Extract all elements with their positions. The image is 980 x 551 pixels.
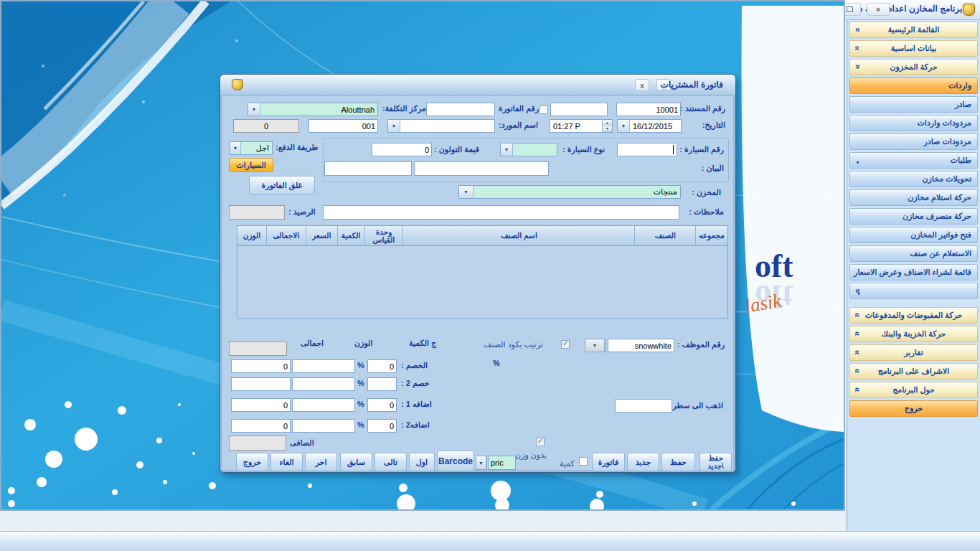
dialog-titlebar[interactable]: x _ فاتورة المشتريات: [220, 75, 735, 96]
discount-total-input[interactable]: 0: [231, 359, 291, 373]
table-header-4[interactable]: الكمية: [337, 226, 364, 245]
spinner-buttons[interactable]: ▲▼: [602, 120, 612, 132]
spinner-up-icon[interactable]: ▲: [603, 120, 612, 126]
supplier-code-input[interactable]: 001: [308, 119, 378, 133]
supplier-combobox[interactable]: ▼: [387, 119, 495, 133]
car-no-input[interactable]: [617, 143, 677, 156]
sidebar-item-16[interactable]: حركة الخزينة والبنك»: [849, 326, 978, 342]
dialog-close-button[interactable]: x: [635, 79, 649, 91]
chevron-down-icon[interactable]: ▼: [248, 103, 260, 116]
chevron-down-icon[interactable]: ▼: [459, 186, 473, 198]
text-caret: [673, 145, 674, 154]
invoice-no-aux-input[interactable]: [550, 103, 608, 116]
chevron-down-icon[interactable]: ▼: [476, 456, 486, 469]
barcode-button[interactable]: Barcode: [437, 451, 474, 471]
sidebar-item-8[interactable]: تحويلات مخازن: [849, 171, 978, 187]
chevron-down-icon[interactable]: ▼: [230, 142, 241, 154]
addition1-pct-input[interactable]: 0: [367, 398, 397, 412]
sidebar-item-0[interactable]: القائمة الرئيسية»: [849, 22, 978, 38]
sidebar-item-3[interactable]: واردات: [849, 77, 978, 94]
chevron-down-icon[interactable]: ▼: [618, 120, 630, 132]
discount2-amount-input[interactable]: [292, 377, 355, 391]
sidebar-item-label: حركة منصرف مخازن: [903, 212, 971, 221]
chevron-down-icon[interactable]: ▼: [585, 339, 605, 352]
statement-input-1[interactable]: [414, 161, 549, 176]
save-new-button[interactable]: حفظ \جديد: [699, 453, 732, 471]
doc-no-input[interactable]: 10001: [616, 103, 681, 116]
table-header-7[interactable]: الوزن: [237, 226, 266, 245]
new-button[interactable]: جديد: [627, 453, 659, 471]
price-type-field[interactable]: pric: [488, 456, 516, 470]
warehouse-combobox[interactable]: ▼ منتجات: [458, 185, 681, 199]
addition1-amount-input[interactable]: [292, 398, 355, 412]
barcode-dropdown[interactable]: ▼: [476, 456, 487, 470]
sidebar-item-2[interactable]: حركة المخزون»: [849, 59, 978, 75]
cancel-button[interactable]: الغاء: [270, 453, 303, 471]
previous-button[interactable]: سابق: [340, 453, 372, 471]
sidebar-item-14[interactable]: »▼: [849, 283, 978, 299]
time-spinner[interactable]: 01:27 P ▲▼: [550, 119, 613, 133]
chevron-down-icon[interactable]: ▼: [501, 143, 513, 156]
double-down-icon: »: [853, 369, 862, 374]
items-table[interactable]: مجموعهالصنفاسم الصنفوحدة القياسالكميةالس…: [237, 225, 728, 319]
sidebar-item-12[interactable]: الاستعلام عن صنف: [849, 245, 978, 262]
table-header-3[interactable]: وحدة القياس: [364, 226, 403, 245]
sidebar-item-17[interactable]: تقارير»: [849, 344, 978, 361]
sidebar-item-10[interactable]: حركة منصرف مخازن: [849, 208, 978, 225]
sidebar-item-11[interactable]: فتح فواتير المخازن: [849, 227, 978, 243]
table-header-6[interactable]: الاجمالى: [266, 226, 306, 245]
date-label: التاريخ:: [702, 121, 725, 130]
discount-pct-input[interactable]: 0: [367, 359, 397, 373]
table-header-5[interactable]: السعر: [306, 226, 337, 245]
employee-combobox[interactable]: ▼: [585, 339, 606, 352]
table-header-0[interactable]: مجموعه: [695, 226, 727, 245]
sidebar-item-5[interactable]: مردودات واردات: [849, 115, 978, 131]
window-close-button[interactable]: ×: [867, 3, 890, 16]
addition2-total-input[interactable]: 0: [231, 419, 291, 433]
no-weight-checkbox[interactable]: [536, 438, 545, 446]
sidebar-item-15[interactable]: حركة المقبوضات والمدفوعات»: [849, 307, 978, 324]
last-button[interactable]: اخر: [305, 453, 337, 471]
payment-combobox[interactable]: ▼ اجل: [230, 141, 273, 155]
first-button[interactable]: اول: [409, 453, 435, 471]
sidebar-item-1[interactable]: بيانات اساسية»: [849, 40, 978, 57]
addition1-total-input[interactable]: 0: [231, 398, 291, 412]
invoice-no-checkbox[interactable]: [540, 105, 548, 114]
sidebar-item-7[interactable]: طلبات▼: [849, 152, 978, 169]
freight-input[interactable]: 0: [372, 143, 432, 156]
spinner-down-icon[interactable]: ▼: [603, 126, 612, 133]
sidebar-item-9[interactable]: حركة استلام مخازن: [849, 189, 978, 206]
sidebar-item-4[interactable]: صادر: [849, 96, 978, 113]
addition2-amount-input[interactable]: [292, 419, 355, 433]
sidebar-item-19[interactable]: حول البرنامج»: [849, 382, 978, 398]
chevron-down-icon[interactable]: ▼: [388, 120, 400, 132]
quantity-checkbox[interactable]: [579, 457, 588, 466]
statement-input-2[interactable]: [324, 161, 412, 176]
next-button[interactable]: تالى: [374, 453, 407, 471]
sidebar-item-13[interactable]: قائمة لشراء الاصناف وعرض الاسعار: [849, 264, 978, 281]
table-header-1[interactable]: الصنف: [634, 226, 695, 245]
save-button[interactable]: حفظ: [661, 453, 695, 471]
goto-line-input[interactable]: [615, 399, 672, 413]
table-header-2[interactable]: اسم الصنف: [402, 226, 634, 245]
notes-input[interactable]: [323, 205, 679, 220]
date-picker[interactable]: ▼ 16/12/2015: [617, 119, 682, 133]
sidebar-item-18[interactable]: الاشراف على البرنامج»: [849, 363, 978, 380]
sidebar-item-6[interactable]: مردودات صادر: [849, 133, 978, 150]
items-table-body[interactable]: [237, 246, 727, 318]
exit-button[interactable]: خروج: [236, 453, 268, 471]
car-type-combobox[interactable]: ▼: [500, 143, 557, 156]
employee-input[interactable]: snowwhite: [608, 339, 674, 352]
cars-button[interactable]: السيارات: [229, 158, 273, 172]
discount2-pct-input[interactable]: [367, 377, 397, 391]
cost-center-combobox[interactable]: ▼ Alouttnah: [248, 103, 378, 116]
discount-amount-input[interactable]: [292, 359, 355, 373]
invoice-button[interactable]: فاتورة: [592, 453, 625, 471]
addition2-pct-input[interactable]: 0: [367, 419, 397, 433]
close-invoice-button[interactable]: غلق الفاتورة: [249, 176, 315, 195]
discount2-total-input[interactable]: [231, 377, 291, 391]
previous-label: سابق: [347, 458, 365, 467]
sidebar-item-20[interactable]: خروج: [849, 400, 978, 417]
invoice-no-input[interactable]: [426, 103, 495, 116]
sort-by-code-checkbox[interactable]: [561, 340, 570, 349]
